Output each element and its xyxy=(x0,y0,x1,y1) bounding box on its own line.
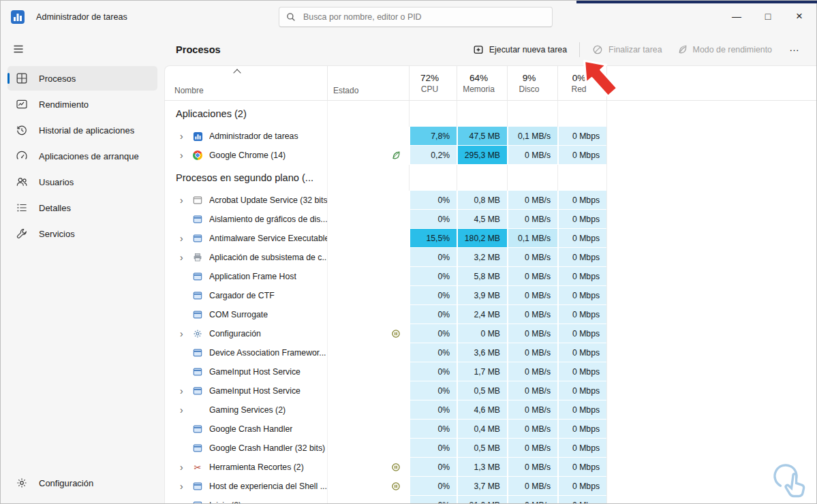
prohibition-icon xyxy=(592,44,603,55)
cpu-value: 0% xyxy=(409,381,457,400)
sidebar-item-historial-de-aplicaciones[interactable]: Historial de aplicaciones xyxy=(7,118,157,142)
chrome-icon xyxy=(192,151,203,160)
row-administrador-de-tareas[interactable]: ›Administrador de tareas7,8%47,5 MB0,1 M… xyxy=(165,127,816,146)
process-name: Configuración xyxy=(209,329,261,338)
search-box[interactable] xyxy=(279,7,553,27)
expand-chevron-icon[interactable]: › xyxy=(180,329,192,338)
row-host-de-experiencia-del-shell[interactable]: ›Host de experiencia del Shell ...0%3,7 … xyxy=(165,477,816,496)
toolbar: Procesos Ejecutar nueva tarea Finalizar … xyxy=(164,33,816,65)
history-icon xyxy=(16,124,28,136)
expand-chevron-icon[interactable]: › xyxy=(180,405,192,415)
expand-chevron-icon[interactable]: › xyxy=(180,234,192,243)
navigation-menu-button[interactable] xyxy=(12,42,27,57)
cpu-value: 15,5% xyxy=(409,229,457,248)
sidebar-item-servicios[interactable]: Servicios xyxy=(7,221,157,246)
suspended-icon xyxy=(391,482,401,491)
search-input[interactable] xyxy=(302,12,545,22)
top-border-artifact xyxy=(576,1,817,3)
sidebar-nav: ProcesosRendimientoHistorial de aplicaci… xyxy=(1,66,164,246)
end-task-button[interactable]: Finalizar tarea xyxy=(585,40,670,60)
memory-value: 3,2 MB xyxy=(457,248,507,267)
row-google-chrome-14[interactable]: ›Google Chrome (14)0,2%295,3 MB0 MB/s0 M… xyxy=(165,146,816,165)
sidebar-item-usuarios[interactable]: Usuarios xyxy=(7,170,157,194)
sidebar-item-detalles[interactable]: Detalles xyxy=(7,195,157,220)
cpu-value: 0% xyxy=(409,305,457,324)
efficiency-mode-button[interactable]: Modo de rendimiento xyxy=(670,40,780,59)
expand-chevron-icon[interactable]: › xyxy=(180,131,192,141)
column-header-name[interactable]: Nombre xyxy=(165,66,327,100)
row-application-frame-host[interactable]: ›Application Frame Host0%5,8 MB0 MB/s0 M… xyxy=(165,267,816,286)
cpu-value: 0% xyxy=(409,362,457,381)
scissors-icon: ✂ xyxy=(192,463,203,472)
expand-chevron-icon[interactable]: › xyxy=(180,151,192,160)
memory-value: 47,5 MB xyxy=(457,127,507,146)
column-header-disk[interactable]: 9% Disco xyxy=(507,66,557,100)
process-name: Herramienta Recortes (2) xyxy=(209,462,304,472)
status-cell xyxy=(327,229,409,248)
row-gameinput-host-service[interactable]: ›GameInput Host Service0%0,5 MB0 MB/s0 M… xyxy=(165,381,816,400)
cpu-value: 0% xyxy=(409,267,457,286)
expand-chevron-icon[interactable]: › xyxy=(180,501,192,503)
disk-value: 0 MB/s xyxy=(507,210,557,229)
process-name: Administrador de tareas xyxy=(209,131,298,141)
column-header-cpu[interactable]: 72% CPU xyxy=(409,66,457,100)
process-name: Host de experiencia del Shell ... xyxy=(209,482,327,491)
memory-value: 180,2 MB xyxy=(457,229,507,248)
disk-value: 0 MB/s xyxy=(507,191,557,210)
efficiency-leaf-icon xyxy=(391,151,401,160)
sidebar-item-label: Historial de aplicaciones xyxy=(39,125,134,136)
column-header-memory[interactable]: 64% Memoria xyxy=(457,66,507,100)
process-name: Aplicación de subsistema de c... xyxy=(209,253,327,262)
group-header-procesos-en-segundo-plano[interactable]: Procesos en segundo plano (... xyxy=(165,165,816,191)
column-header-status[interactable]: Estado xyxy=(327,66,409,100)
sidebar-item-aplicaciones-de-arranque[interactable]: Aplicaciones de arranque xyxy=(7,144,157,168)
cpu-value: 0% xyxy=(409,477,457,496)
cpu-value: 0% xyxy=(409,324,457,343)
minimize-button[interactable]: — xyxy=(721,1,752,32)
process-name: Google Crash Handler xyxy=(209,424,292,434)
close-button[interactable]: × xyxy=(784,1,815,32)
sidebar-item-rendimiento[interactable]: Rendimiento xyxy=(7,92,157,116)
window-icon xyxy=(192,310,203,319)
expand-chevron-icon[interactable]: › xyxy=(180,462,192,472)
processes-table: Nombre Estado 72% CPU 64% Memoria 9% Dis… xyxy=(164,65,816,503)
expand-chevron-icon[interactable]: › xyxy=(180,482,192,491)
row-inicio-2[interactable]: ›Inicio (2)0%31,0 MB0 MB/s0 Mbps xyxy=(165,496,816,503)
group-header-aplicaciones-2[interactable]: Aplicaciones (2) xyxy=(165,101,816,127)
row-aplicaci-n-de-subsistema-de-c[interactable]: ›Aplicación de subsistema de c...0%3,2 M… xyxy=(165,248,816,267)
window-icon xyxy=(192,501,203,503)
row-device-association-framewor[interactable]: ›Device Association Framewor...0%3,6 MB0… xyxy=(165,343,816,362)
process-name: Application Frame Host xyxy=(209,272,296,281)
sidebar-item-procesos[interactable]: Procesos xyxy=(7,66,157,91)
expand-chevron-icon[interactable]: › xyxy=(180,253,192,262)
expand-chevron-icon[interactable]: › xyxy=(180,386,192,396)
row-aislamiento-de-gr-ficos-de-dis[interactable]: ›Aislamiento de gráficos de dis...0%4,5 … xyxy=(165,210,816,229)
column-header-network[interactable]: 0% Red xyxy=(557,66,606,100)
status-cell xyxy=(327,210,409,229)
maximize-button[interactable]: □ xyxy=(752,1,784,32)
network-value: 0 Mbps xyxy=(557,267,606,286)
row-antimalware-service-executable[interactable]: ›Antimalware Service Executable15,5%180,… xyxy=(165,229,816,248)
disk-value: 0 MB/s xyxy=(507,381,557,400)
row-gameinput-host-service[interactable]: ›GameInput Host Service0%1,7 MB0 MB/s0 M… xyxy=(165,362,816,381)
row-google-crash-handler-32-bits[interactable]: ›Google Crash Handler (32 bits)0%0,5 MB0… xyxy=(165,439,816,458)
network-value: 0 Mbps xyxy=(557,362,606,381)
cpu-value: 0% xyxy=(409,286,457,305)
window-icon xyxy=(192,291,203,300)
network-value: 0 Mbps xyxy=(557,229,606,248)
run-new-task-button[interactable]: Ejecutar nueva tarea xyxy=(465,40,574,60)
more-options-button[interactable]: … xyxy=(780,39,810,60)
row-acrobat-update-service-32-bits[interactable]: ›Acrobat Update Service (32 bits)0%0,8 M… xyxy=(165,191,816,210)
cpu-value: 0,2% xyxy=(409,146,457,165)
row-gaming-services-2[interactable]: ›Gaming Services (2)0%4,6 MB0 MB/s0 Mbps xyxy=(165,400,816,420)
row-configuraci-n[interactable]: ›Configuración0%0 MB0 MB/s0 Mbps xyxy=(165,324,816,343)
window-icon xyxy=(192,234,203,243)
sidebar-item-configuracion[interactable]: Configuración xyxy=(7,471,157,495)
disk-value: 0,1 MB/s xyxy=(507,127,557,146)
memory-value: 1,3 MB xyxy=(457,458,507,477)
row-google-crash-handler[interactable]: ›Google Crash Handler0%0,4 MB0 MB/s0 Mbp… xyxy=(165,420,816,439)
expand-chevron-icon[interactable]: › xyxy=(180,195,192,205)
row-cargador-de-ctf[interactable]: ›Cargador de CTF0%3,9 MB0 MB/s0 Mbps xyxy=(165,286,816,305)
row-herramienta-recortes-2[interactable]: ›✂Herramienta Recortes (2)0%1,3 MB0 MB/s… xyxy=(165,458,816,477)
row-com-surrogate[interactable]: ›COM Surrogate0%2,4 MB0 MB/s0 Mbps xyxy=(165,305,816,324)
